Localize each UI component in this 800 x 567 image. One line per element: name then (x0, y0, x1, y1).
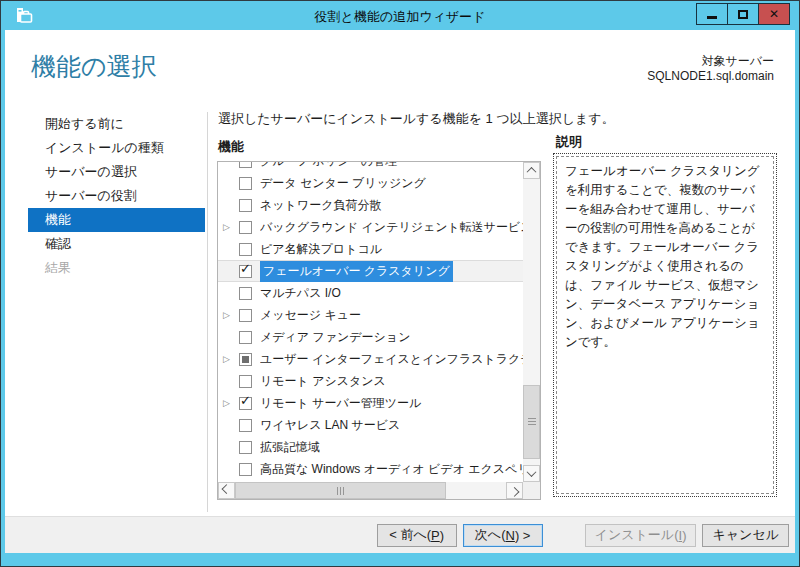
scroll-right-button[interactable] (506, 482, 523, 499)
feature-row[interactable]: ▷ メッセージ キュー (218, 304, 523, 326)
feature-label: 拡張記憶域 (260, 439, 523, 456)
target-server-value: SQLNODE1.sql.domain (647, 69, 774, 84)
scroll-down-icon (527, 467, 537, 477)
feature-row[interactable]: ネットワーク負荷分散 (218, 194, 523, 216)
feature-row-selected[interactable]: ✓ フェールオーバー クラスタリング (218, 260, 523, 282)
description-text: フェールオーバー クラスタリングを利用することで、複数のサーバーを組み合わせて運… (565, 164, 760, 349)
close-icon: ✕ (769, 7, 779, 21)
window-controls: ✕ (697, 3, 790, 25)
feature-row[interactable]: グループ ポリシーの管理 (218, 162, 523, 172)
maximize-button[interactable] (727, 3, 759, 25)
feature-row[interactable]: ▷ バックグラウンド インテリジェント転送サービス (BITS) (218, 216, 523, 238)
feature-checkbox[interactable] (239, 463, 252, 476)
footer-bar: < 前へ(P) 次へ(N) > インストール(I) キャンセル (5, 516, 795, 553)
feature-label: ユーザー インターフェイスとインフラストラクチャ (2/3 個をイ (260, 351, 523, 368)
feature-checkbox[interactable] (239, 331, 252, 344)
target-server: 対象サーバー SQLNODE1.sql.domain (647, 54, 774, 84)
wizard-body: 機能の選択 対象サーバー SQLNODE1.sql.domain 開始する前に … (5, 30, 795, 516)
expander-icon[interactable]: ▷ (223, 348, 239, 370)
nav-item-server-roles[interactable]: サーバーの役割 (28, 184, 205, 208)
minimize-button[interactable] (696, 3, 728, 25)
features-listbox: グループ ポリシーの管理 データ センター ブリッジング ネットワーク負荷分散 … (217, 161, 541, 500)
feature-checkbox[interactable] (239, 309, 252, 322)
feature-label: 高品質な Windows オーディオ ビデオ エクスペリエンス (260, 461, 523, 478)
feature-label: メッセージ キュー (260, 307, 523, 324)
feature-label: リモート サーバー管理ツール (260, 395, 523, 412)
scroll-right-icon (510, 487, 520, 497)
nav-item-features[interactable]: 機能 (28, 208, 205, 232)
nav-item-server-selection[interactable]: サーバーの選択 (28, 160, 205, 184)
cancel-button[interactable]: キャンセル (702, 524, 789, 547)
features-list-label: 機能 (218, 138, 244, 156)
feature-checkbox[interactable] (239, 441, 252, 454)
scroll-up-icon (527, 167, 537, 177)
vertical-scroll-track[interactable] (523, 179, 540, 465)
horizontal-scrollbar[interactable] (218, 482, 523, 499)
feature-checkbox[interactable] (239, 221, 252, 234)
indeterminate-mark (242, 356, 249, 363)
horizontal-scroll-track[interactable] (235, 482, 506, 499)
nav-item-before-you-begin[interactable]: 開始する前に (28, 112, 205, 136)
target-server-label: 対象サーバー (647, 54, 774, 69)
check-icon: ✓ (240, 394, 251, 408)
feature-checkbox[interactable]: ✓ (239, 265, 252, 278)
feature-checkbox[interactable] (239, 419, 252, 432)
horizontal-scroll-thumb[interactable] (235, 482, 446, 499)
features-rows: グループ ポリシーの管理 データ センター ブリッジング ネットワーク負荷分散 … (218, 162, 523, 482)
expander-icon[interactable]: ▷ (223, 304, 239, 326)
vertical-scroll-thumb[interactable] (523, 385, 540, 459)
feature-row[interactable]: ワイヤレス LAN サービス (218, 414, 523, 436)
instruction-text: 選択したサーバーにインストールする機能を 1 つ以上選択します。 (218, 110, 615, 128)
wizard-nav: 開始する前に インストールの種類 サーバーの選択 サーバーの役割 機能 確認 結… (28, 112, 205, 280)
feature-row[interactable]: ▷ ユーザー インターフェイスとインフラストラクチャ (2/3 個をイ (218, 348, 523, 370)
nav-item-confirmation[interactable]: 確認 (28, 232, 205, 256)
thumb-gripper-icon (337, 487, 345, 495)
vertical-scrollbar[interactable] (523, 162, 540, 482)
feature-row[interactable]: 高品質な Windows オーディオ ビデオ エクスペリエンス (218, 458, 523, 480)
thumb-gripper-icon (528, 418, 536, 426)
feature-label: ワイヤレス LAN サービス (260, 417, 523, 434)
feature-checkbox[interactable] (239, 353, 252, 366)
feature-checkbox[interactable]: ✓ (239, 397, 252, 410)
sidebar-separator (207, 112, 208, 512)
feature-checkbox[interactable] (239, 375, 252, 388)
feature-checkbox[interactable] (239, 243, 252, 256)
wizard-window: 役割と機能の追加ウィザード ✕ 機能の選択 対象サーバー SQLNODE1.sq… (0, 0, 800, 567)
description-heading: 説明 (556, 133, 582, 151)
feature-row[interactable]: マルチパス I/O (218, 282, 523, 304)
scroll-up-button[interactable] (523, 162, 540, 179)
scroll-down-button[interactable] (523, 465, 540, 482)
feature-label: マルチパス I/O (260, 285, 523, 302)
feature-checkbox[interactable] (239, 177, 252, 190)
feature-label: バックグラウンド インテリジェント転送サービス (BITS) (260, 219, 523, 236)
scroll-left-button[interactable] (218, 482, 235, 499)
feature-label: リモート アシスタンス (260, 373, 523, 390)
feature-label: データ センター ブリッジング (260, 175, 523, 192)
feature-row[interactable]: リモート アシスタンス (218, 370, 523, 392)
window-title: 役割と機能の追加ウィザード (1, 8, 799, 26)
feature-checkbox[interactable] (239, 162, 252, 168)
feature-row[interactable]: メディア ファンデーション (218, 326, 523, 348)
feature-row[interactable]: 拡張記憶域 (218, 436, 523, 458)
feature-row[interactable]: ピア名解決プロトコル (218, 238, 523, 260)
feature-label: グループ ポリシーの管理 (260, 162, 523, 170)
feature-row[interactable]: ▷ ✓ リモート サーバー管理ツール (218, 392, 523, 414)
close-button[interactable]: ✕ (758, 3, 790, 25)
expander-icon[interactable]: ▷ (223, 392, 239, 414)
feature-checkbox[interactable] (239, 287, 252, 300)
scroll-left-icon (222, 484, 232, 494)
feature-checkbox[interactable] (239, 199, 252, 212)
feature-label: メディア ファンデーション (260, 329, 523, 346)
nav-item-installation-type[interactable]: インストールの種類 (28, 136, 205, 160)
install-button: インストール(I) (585, 524, 697, 547)
feature-row[interactable]: データ センター ブリッジング (218, 172, 523, 194)
previous-button[interactable]: < 前へ(P) (377, 524, 457, 547)
minimize-icon (707, 16, 717, 19)
next-button[interactable]: 次へ(N) > (463, 524, 543, 547)
titlebar[interactable]: 役割と機能の追加ウィザード ✕ (1, 1, 799, 30)
description-panel: フェールオーバー クラスタリングを利用することで、複数のサーバーを組み合わせて運… (556, 156, 774, 494)
feature-label: ピア名解決プロトコル (260, 241, 523, 258)
expander-icon[interactable]: ▷ (223, 216, 239, 238)
feature-label: ネットワーク負荷分散 (260, 197, 523, 214)
nav-item-results: 結果 (28, 256, 205, 280)
